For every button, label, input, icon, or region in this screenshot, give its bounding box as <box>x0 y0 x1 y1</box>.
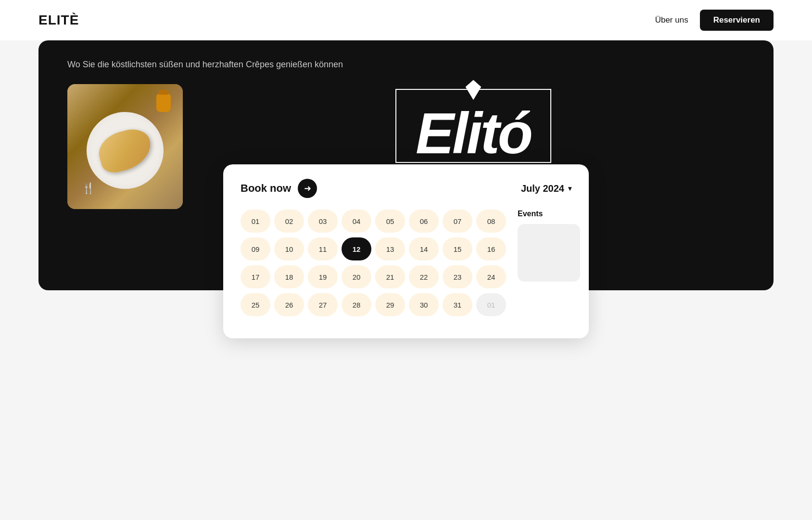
hero-logo-area: Elitó <box>202 84 745 163</box>
honey-jar-decoration <box>156 94 171 112</box>
booking-title: Book now <box>241 182 291 195</box>
events-panel: Events <box>518 210 580 321</box>
cal-day[interactable]: 06 <box>409 210 439 233</box>
cal-row-1: 01 02 03 04 05 06 07 08 <box>241 210 506 233</box>
cal-day[interactable]: 18 <box>274 265 304 288</box>
booking-header: Book now ➜ July 2024 ▾ <box>241 179 571 198</box>
cal-day[interactable]: 30 <box>409 293 439 316</box>
nav-actions: Über uns Reservieren <box>655 10 774 31</box>
hero-wrapper: Wo Sie die köstlichsten süßen und herzha… <box>38 40 774 290</box>
cal-day[interactable]: 16 <box>476 237 506 260</box>
cal-day-selected[interactable]: 12 <box>342 237 371 260</box>
site-logo: ELITÈ <box>38 12 79 28</box>
cal-day[interactable]: 25 <box>241 293 270 316</box>
calendar-layout: 01 02 03 04 05 06 07 08 09 10 11 12 13 1… <box>241 210 571 321</box>
cal-row-3: 17 18 19 20 21 22 23 24 <box>241 265 506 288</box>
hero-subtitle: Wo Sie die köstlichsten süßen und herzha… <box>67 60 745 70</box>
uber-uns-link[interactable]: Über uns <box>655 15 688 25</box>
plate-decoration <box>87 112 164 189</box>
reservieren-button[interactable]: Reservieren <box>700 10 774 31</box>
cal-day[interactable]: 31 <box>443 293 472 316</box>
events-placeholder <box>518 224 580 282</box>
food-image-inner: 🍴 <box>67 84 183 209</box>
events-title: Events <box>518 210 580 218</box>
cal-row-2: 09 10 11 12 13 14 15 16 <box>241 237 506 260</box>
cal-day[interactable]: 05 <box>375 210 405 233</box>
cal-day[interactable]: 10 <box>274 237 304 260</box>
svg-marker-0 <box>466 80 481 99</box>
cal-day[interactable]: 27 <box>308 293 338 316</box>
cal-day[interactable]: 03 <box>308 210 338 233</box>
cal-day[interactable]: 28 <box>342 293 371 316</box>
hero-food-image: 🍴 <box>67 84 183 209</box>
cal-day[interactable]: 29 <box>375 293 405 316</box>
cal-day[interactable]: 08 <box>476 210 506 233</box>
cal-day[interactable]: 21 <box>375 265 405 288</box>
month-selector[interactable]: July 2024 ▾ <box>521 183 571 194</box>
cal-day[interactable]: 04 <box>342 210 371 233</box>
cal-day[interactable]: 01 <box>241 210 270 233</box>
month-label: July 2024 <box>521 183 564 194</box>
calendar-grid: 01 02 03 04 05 06 07 08 09 10 11 12 13 1… <box>241 210 506 321</box>
cal-day[interactable]: 22 <box>409 265 439 288</box>
cal-day[interactable]: 23 <box>443 265 472 288</box>
navbar: ELITÈ Über uns Reservieren <box>0 0 812 40</box>
cutlery-icon: 🍴 <box>82 182 95 195</box>
booking-title-area: Book now ➜ <box>241 179 317 198</box>
cal-day[interactable]: 09 <box>241 237 270 260</box>
cal-day[interactable]: 14 <box>409 237 439 260</box>
cal-day[interactable]: 24 <box>476 265 506 288</box>
cal-day-muted[interactable]: 01 <box>476 293 506 316</box>
booking-arrow-button[interactable]: ➜ <box>298 179 317 198</box>
cal-day[interactable]: 07 <box>443 210 472 233</box>
cal-day[interactable]: 02 <box>274 210 304 233</box>
cal-day[interactable]: 26 <box>274 293 304 316</box>
hero-brand-text: Elitó <box>416 104 531 162</box>
cal-row-4: 25 26 27 28 29 30 31 01 <box>241 293 506 316</box>
cal-day[interactable]: 11 <box>308 237 338 260</box>
booking-card: Book now ➜ July 2024 ▾ 01 02 03 04 05 06… <box>223 164 589 338</box>
cal-day[interactable]: 15 <box>443 237 472 260</box>
diamond-icon <box>463 79 484 102</box>
cal-day[interactable]: 20 <box>342 265 371 288</box>
cal-day[interactable]: 13 <box>375 237 405 260</box>
chevron-down-icon: ▾ <box>568 185 571 192</box>
cal-day[interactable]: 19 <box>308 265 338 288</box>
crepe-decoration <box>95 125 156 176</box>
cal-day[interactable]: 17 <box>241 265 270 288</box>
hero-logo-frame: Elitó <box>395 89 551 163</box>
